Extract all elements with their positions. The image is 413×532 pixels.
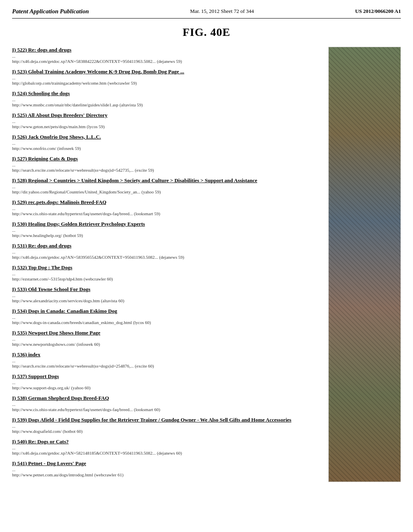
entry-ellipsis: ... — [12, 424, 322, 428]
entry-ellipsis: ... — [12, 293, 322, 298]
list-item: I) 532) Top Dog : The Dogs...http://ezst… — [12, 264, 322, 281]
entry-ellipsis: ... — [12, 54, 322, 58]
sidebar-image — [328, 47, 401, 482]
list-item: I) 540) Re: Dogs or Cats?...http://x46.d… — [12, 438, 322, 455]
entry-title: I) 524) Schooling the dogs — [12, 90, 322, 97]
entry-ellipsis: ... — [12, 249, 322, 254]
entry-url: http://www.alexandriacity.com/services/d… — [12, 298, 322, 303]
list-item: I) 523) Global Training Academy Welcome … — [12, 69, 322, 85]
entry-url: http://www.healinghelp.org/ (hotbot 59) — [12, 233, 322, 238]
entry-title: I) 534) Dogs in Canada: Canadian Eskimo … — [12, 308, 322, 314]
entry-ellipsis: ... — [12, 75, 322, 80]
entry-ellipsis: ... — [12, 402, 322, 407]
entry-ellipsis: ... — [12, 119, 322, 124]
list-item: I) 535) Newport Dog Shows Home Page...ht… — [12, 330, 322, 347]
entry-title: I) 527) Reigning Cats & Dogs — [12, 156, 322, 162]
entry-ellipsis: ... — [12, 380, 322, 385]
entry-ellipsis: ... — [12, 315, 322, 320]
entry-url: http://x46.deja.com/getdoc.xp?AN=5839565… — [12, 255, 322, 260]
entry-title: I) 537) Support Dogs — [12, 373, 322, 380]
entry-title: I) 528) Regional > Countries > United Ki… — [12, 177, 322, 184]
entry-url: http://globalcorp.com/trainingacademy/we… — [12, 81, 322, 85]
list-item: I) 531) Re: dogs and drugs...http://x46.… — [12, 243, 322, 260]
entry-url: http://www.dogs-in-canada.com/breeds/can… — [12, 320, 322, 325]
header-date-sheet: Mar. 15, 2012 Sheet 72 of 344 — [190, 8, 254, 15]
entry-title: I) 529) rec.pets.dogs: Malinois Breed-FA… — [12, 199, 322, 206]
entry-title: I) 533) Old Towne School For Dogs — [12, 286, 322, 293]
entry-title: I) 531) Re: dogs and drugs — [12, 243, 322, 249]
entry-ellipsis: ... — [12, 206, 322, 211]
entry-url: http://www.newportdogshows.com/ (infosee… — [12, 342, 322, 347]
entry-title: I) 525) All About Dogs Breeders' Directo… — [12, 112, 322, 118]
entry-title: I) 535) Newport Dog Shows Home Page — [12, 330, 322, 336]
entry-url: http://ezstarnet.com/~5315top/tdp4.htm (… — [12, 276, 322, 281]
entry-url: http://www.petnet.com.au/dogs/introdog.h… — [12, 472, 322, 477]
list-item: I) 533) Old Towne School For Dogs...http… — [12, 286, 322, 303]
entry-ellipsis: ... — [12, 97, 322, 102]
entry-ellipsis: ... — [12, 141, 322, 145]
entry-ellipsis: ... — [12, 467, 322, 472]
entry-url: http://www.onofrio.com/ (infoseek 59) — [12, 146, 322, 151]
entry-url: http://www.geton.net/pets/dogs/main.htm … — [12, 124, 322, 129]
search-results-list: I) 522) Re: dogs and drugs...http://x46.… — [12, 47, 322, 482]
entry-title: I) 530) Healing Dogs; Golden Retriever P… — [12, 221, 322, 227]
list-item: I) 525) All About Dogs Breeders' Directo… — [12, 112, 322, 129]
list-item: I) 536) index...http://search.excite.com… — [12, 351, 322, 368]
entry-title: I) 538) German Shepherd Dogs Breed-FAQ — [12, 395, 322, 401]
entry-ellipsis: ... — [12, 184, 322, 189]
entry-url: http://www.dogsafield.com/ (hotbot 60) — [12, 429, 322, 434]
entry-title: I) 522) Re: dogs and drugs — [12, 47, 322, 53]
list-item: I) 528) Regional > Countries > United Ki… — [12, 177, 322, 194]
figure-title: FIG. 40E — [12, 26, 401, 39]
entry-ellipsis: ... — [12, 228, 322, 233]
entry-url: http://www.support-dogs.org.uk/ (yahoo 6… — [12, 385, 322, 390]
entry-ellipsis: ... — [12, 337, 322, 341]
entry-ellipsis: ... — [12, 358, 322, 363]
content-area: I) 522) Re: dogs and drugs...http://x46.… — [12, 47, 401, 482]
list-item: I) 526) Jack Onofrio Dog Shows, L.L.C...… — [12, 134, 322, 151]
entry-url: http://x46.deja.com/getdoc.xp?AN=5821481… — [12, 451, 322, 455]
entry-url: http://www.cis.ohio-state.edu/hypertext/… — [12, 211, 322, 216]
list-item: I) 522) Re: dogs and drugs...http://x46.… — [12, 47, 322, 64]
entry-url: http://x46.deja.com/getdoc.xp?AN=5838842… — [12, 59, 322, 64]
entry-title: I) 532) Top Dog : The Dogs — [12, 264, 322, 271]
list-item: I) 541) Petnet - Dog Lovers' Page...http… — [12, 460, 322, 477]
header-patent-number: US 2012/0066200 A1 — [355, 8, 401, 15]
list-item: I) 538) German Shepherd Dogs Breed-FAQ..… — [12, 395, 322, 412]
entry-url: http://search.excite.com/relocate/sr=web… — [12, 168, 322, 172]
list-item: I) 527) Reigning Cats & Dogs...http://se… — [12, 156, 322, 172]
list-item: I) 524) Schooling the dogs...http://www.… — [12, 90, 322, 107]
entry-ellipsis: ... — [12, 271, 322, 276]
entry-title: I) 540) Re: Dogs or Cats? — [12, 438, 322, 445]
list-item: I) 530) Healing Dogs; Golden Retriever P… — [12, 221, 322, 238]
entry-url: http://search.excite.com/relocate/sr=web… — [12, 364, 322, 368]
entry-url: http://dir.yahoo.com/Regional/Countries/… — [12, 189, 322, 194]
list-item: I) 539) Dogs Afield - Field Dog Supplies… — [12, 417, 322, 434]
entry-url: http://www.msnbc.com/onair/nbc/dateline/… — [12, 102, 322, 107]
list-item: I) 529) rec.pets.dogs: Malinois Breed-FA… — [12, 199, 322, 216]
entry-title: I) 523) Global Training Academy Welcome … — [12, 69, 322, 75]
entry-url: http://www.cis.ohio-state.edu/hypertext/… — [12, 407, 322, 412]
entry-ellipsis: ... — [12, 162, 322, 167]
header-publication-type: Patent Application Publication — [12, 8, 89, 15]
entry-title: I) 539) Dogs Afield - Field Dog Supplies… — [12, 417, 322, 423]
entry-ellipsis: ... — [12, 445, 322, 450]
entry-title: I) 536) index — [12, 351, 322, 358]
page-header: Patent Application Publication Mar. 15, … — [12, 8, 401, 19]
list-item: I) 537) Support Dogs...http://www.suppor… — [12, 373, 322, 390]
entry-title: I) 541) Petnet - Dog Lovers' Page — [12, 460, 322, 467]
entry-title: I) 526) Jack Onofrio Dog Shows, L.L.C. — [12, 134, 322, 140]
list-item: I) 534) Dogs in Canada: Canadian Eskimo … — [12, 308, 322, 325]
